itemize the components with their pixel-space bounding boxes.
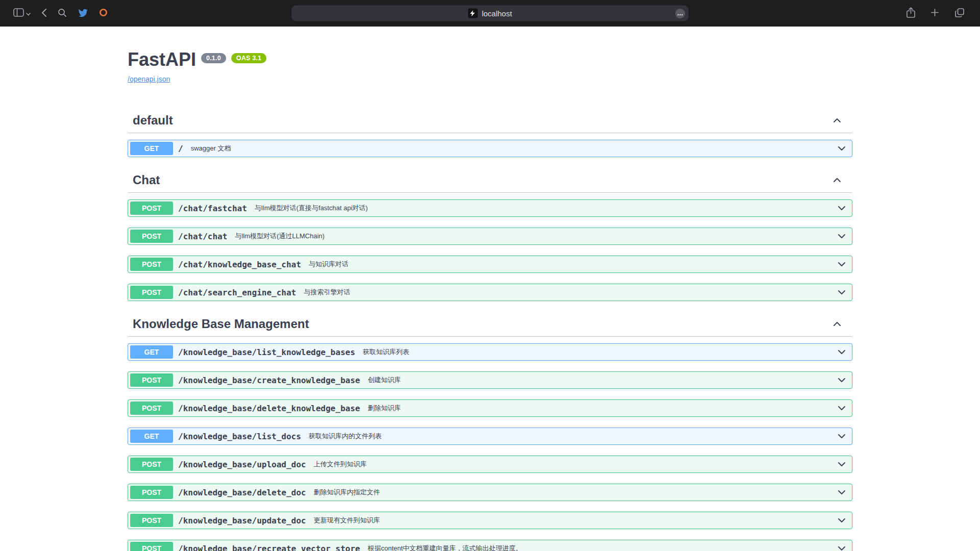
- method-badge: POST: [130, 202, 173, 215]
- chevron-down-icon: [837, 143, 847, 154]
- openapi-spec-link[interactable]: /openapi.json: [128, 75, 170, 83]
- operation-path: /knowledge_base/upload_doc: [178, 460, 306, 469]
- ellipsis-icon: [677, 10, 683, 17]
- api-title-text: FastAPI: [128, 49, 196, 70]
- bird-extension-icon: [78, 8, 88, 18]
- operation-description: swagger 文档: [191, 144, 231, 153]
- operation-path: /knowledge_base/delete_doc: [178, 488, 306, 497]
- section-title: default: [133, 113, 173, 128]
- chevron-down-icon: [837, 375, 847, 385]
- plus-icon: [930, 8, 939, 18]
- chevron-up-icon: [832, 115, 842, 126]
- operation-row[interactable]: GET /knowledge_base/list_knowledge_bases…: [128, 343, 852, 361]
- operation-path: /chat/search_engine_chat: [178, 288, 296, 297]
- sidebar-icon: [13, 8, 24, 18]
- operation-description: 获取知识库列表: [363, 347, 409, 357]
- operation-row[interactable]: POST /chat/knowledge_base_chat 与知识库对话: [128, 256, 852, 273]
- method-badge: POST: [130, 486, 173, 499]
- operation-row[interactable]: POST /knowledge_base/delete_doc 删除知识库内指定…: [128, 484, 852, 501]
- operation-path: /knowledge_base/recreate_vector_store: [178, 544, 360, 551]
- operation-row[interactable]: POST /chat/fastchat 与llm模型对话(直接与fastchat…: [128, 199, 852, 217]
- tab-overview-button[interactable]: [952, 6, 967, 21]
- page-title: FastAPI0.1.0OAS 3.1: [128, 49, 852, 70]
- chevron-down-icon: [837, 515, 847, 525]
- chevron-down-icon: [837, 287, 847, 297]
- chevron-down-icon: [837, 431, 847, 441]
- ring-extension-icon: [99, 8, 108, 19]
- operation-path: /chat/fastchat: [178, 204, 247, 213]
- section-operations: GET / swagger 文档: [128, 140, 852, 157]
- page-options-button[interactable]: [675, 9, 685, 18]
- operation-path: /knowledge_base/create_knowledge_base: [178, 375, 360, 385]
- operation-description: 删除知识库: [368, 404, 401, 413]
- section-header[interactable]: Chat: [128, 168, 852, 193]
- section-header[interactable]: Knowledge Base Management: [128, 312, 852, 337]
- operation-path: /chat/knowledge_base_chat: [178, 260, 301, 269]
- method-badge: POST: [130, 230, 173, 243]
- toolbar-right-group: [904, 0, 980, 27]
- api-section: default GET / swagger 文档: [128, 108, 852, 157]
- operation-description: 与llm模型对话(直接与fastchat api对话): [255, 204, 368, 213]
- section-header[interactable]: default: [128, 108, 852, 133]
- browser-toolbar: localhost: [0, 0, 980, 27]
- method-badge: POST: [130, 258, 173, 271]
- api-info: FastAPI0.1.0OAS 3.1 /openapi.json: [128, 49, 852, 84]
- operation-description: 根据content中文档重建向量库，流式输出处理进度。: [368, 544, 522, 551]
- version-badge: 0.1.0: [201, 53, 226, 63]
- operation-description: 删除知识库内指定文件: [313, 488, 380, 497]
- method-badge: GET: [130, 430, 173, 443]
- operation-description: 与知识库对话: [309, 260, 349, 269]
- tab-overview-icon: [954, 8, 965, 19]
- section-title: Chat: [133, 173, 160, 187]
- operation-row[interactable]: POST /knowledge_base/create_knowledge_ba…: [128, 371, 852, 389]
- chevron-down-icon: [26, 10, 31, 17]
- operation-description: 上传文件到知识库: [313, 460, 366, 469]
- ring-extension-button[interactable]: [96, 6, 110, 21]
- operation-description: 更新现有文件到知识库: [313, 516, 380, 525]
- share-icon: [906, 7, 915, 19]
- url-text: localhost: [482, 9, 512, 18]
- method-badge: GET: [130, 142, 173, 155]
- operation-row[interactable]: POST /chat/chat 与llm模型对话(通过LLMChain): [128, 228, 852, 245]
- operation-row[interactable]: POST /knowledge_base/update_doc 更新现有文件到知…: [128, 512, 852, 529]
- operation-row[interactable]: GET / swagger 文档: [128, 140, 852, 157]
- section-operations: POST /chat/fastchat 与llm模型对话(直接与fastchat…: [128, 199, 852, 301]
- api-sections: default GET / swagger 文档 Chat POST /chat…: [128, 108, 852, 551]
- operation-path: /knowledge_base/delete_knowledge_base: [178, 404, 360, 413]
- chevron-down-icon: [837, 259, 847, 269]
- operation-row[interactable]: POST /knowledge_base/recreate_vector_sto…: [128, 540, 852, 551]
- swagger-container: FastAPI0.1.0OAS 3.1 /openapi.json defaul…: [117, 49, 863, 551]
- operation-row[interactable]: POST /chat/search_engine_chat 与搜索引擎对话: [128, 284, 852, 301]
- chevron-down-icon: [837, 543, 847, 551]
- operation-description: 与搜索引擎对话: [304, 288, 350, 297]
- chevron-down-icon: [837, 347, 847, 357]
- back-button[interactable]: [39, 6, 49, 21]
- toolbar-left-group: [0, 6, 110, 21]
- method-badge: POST: [130, 402, 173, 415]
- operation-row[interactable]: GET /knowledge_base/list_docs 获取知识库内的文件列…: [128, 428, 852, 445]
- search-icon: [58, 8, 67, 19]
- bird-extension-button[interactable]: [76, 6, 90, 20]
- section-operations: GET /knowledge_base/list_knowledge_bases…: [128, 343, 852, 551]
- chevron-down-icon: [837, 203, 847, 213]
- operation-path: /knowledge_base/list_knowledge_bases: [178, 347, 355, 357]
- operation-row[interactable]: POST /knowledge_base/upload_doc 上传文件到知识库: [128, 456, 852, 473]
- method-badge: POST: [130, 373, 173, 387]
- oas-badge: OAS 3.1: [231, 53, 266, 63]
- search-button[interactable]: [56, 6, 69, 21]
- operation-path: /chat/chat: [178, 232, 227, 241]
- chevron-left-icon: [41, 8, 47, 19]
- new-tab-button[interactable]: [928, 6, 941, 20]
- address-bar[interactable]: localhost: [291, 6, 689, 21]
- operation-description: 获取知识库内的文件列表: [309, 432, 382, 441]
- sidebar-toggle-button[interactable]: [11, 6, 33, 20]
- operation-path: /: [178, 144, 183, 154]
- operation-path: /knowledge_base/list_docs: [178, 432, 301, 441]
- share-button[interactable]: [904, 5, 917, 21]
- operation-row[interactable]: POST /knowledge_base/delete_knowledge_ba…: [128, 399, 852, 417]
- chevron-down-icon: [837, 403, 847, 413]
- section-title: Knowledge Base Management: [133, 317, 309, 331]
- chevron-down-icon: [837, 459, 847, 469]
- method-badge: GET: [130, 345, 173, 359]
- chevron-down-icon: [837, 487, 847, 497]
